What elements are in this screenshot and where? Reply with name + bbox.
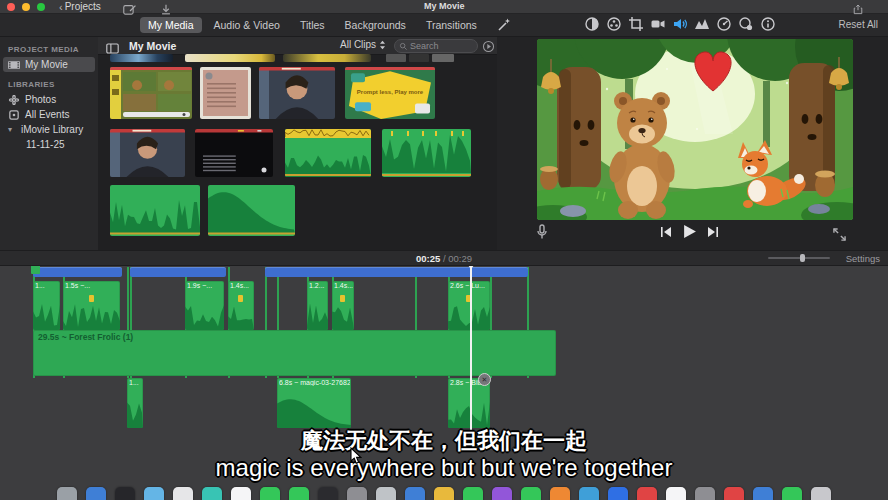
media-strip-strip-cream[interactable] [185,54,275,62]
timeline-mini-clip[interactable] [31,265,40,274]
new-project-icon[interactable] [123,1,137,12]
speed-icon[interactable] [716,16,732,32]
dock-app-icon[interactable] [289,487,309,500]
close-window-button[interactable] [7,3,15,11]
timeline-clip[interactable]: 6.8s ~ magic-03-276824 [277,378,351,428]
crop-icon[interactable] [628,16,644,32]
timeline-title-bar[interactable] [33,267,122,277]
dock-app-icon[interactable] [492,487,512,500]
media-thumbnail-forest-collage[interactable] [110,67,192,119]
browser-forward-icon[interactable] [482,39,495,52]
import-media-icon[interactable] [159,1,173,12]
stabilization-icon[interactable] [650,16,666,32]
timeline-clip[interactable]: 1.4s... [228,281,254,330]
next-frame-button[interactable] [706,226,720,238]
media-thumbnail-audio-spiky[interactable] [382,129,471,177]
dock-app-icon[interactable] [724,487,744,500]
search-box[interactable] [394,39,478,53]
timeline-zoom-slider[interactable] [768,257,830,259]
media-strip-strip-icons[interactable] [386,54,456,62]
zoom-window-button[interactable] [37,3,45,11]
settings-button[interactable]: Settings [846,253,880,264]
dock-app-icon[interactable] [260,487,280,500]
color-balance-icon[interactable] [584,16,600,32]
enhance-wand-icon[interactable] [496,17,512,33]
tab-titles[interactable]: Titles [292,17,333,33]
sidebar-item-my-movie[interactable]: My Movie [3,57,95,72]
voiceover-mic-icon[interactable] [535,224,549,240]
sidebar-item-event-11-11-25[interactable]: 11-11-25 [0,137,98,152]
timeline-clip[interactable]: 1.9s ~... [185,281,224,330]
timeline-title-bar[interactable] [265,267,528,277]
dock-app-icon[interactable] [202,487,222,500]
dock-app-icon[interactable] [57,487,77,500]
clip-close-badge[interactable]: ✕ [478,373,491,386]
media-thumbnail-screen[interactable] [195,129,273,177]
reset-all-button[interactable]: Reset All [839,19,878,30]
timeline-clip[interactable]: 1.5s ~... [63,281,120,330]
dock-app-icon[interactable] [318,487,338,500]
dock-app-icon[interactable] [608,487,628,500]
projects-back-button[interactable]: ‹ Projects [59,1,101,13]
timeline[interactable]: 1...1.5s ~...1.9s ~...1.4s...1.2...1.4s.… [0,264,888,500]
playhead[interactable] [470,264,472,440]
zoom-slider-thumb[interactable] [800,254,805,262]
dock-app-icon[interactable] [144,487,164,500]
chevron-down-icon[interactable]: ▾ [8,125,16,134]
media-strip-strip-blue[interactable] [110,54,173,62]
dock-app-icon[interactable] [579,487,599,500]
media-thumbnail-document[interactable] [200,67,251,119]
dock-app-icon[interactable] [637,487,657,500]
media-thumbnail-audio-wave[interactable] [110,185,200,236]
all-clips-filter[interactable]: All Clips [340,39,386,50]
tab-my-media[interactable]: My Media [140,17,202,33]
timeline-clip[interactable]: 2.6s ~ Lu... [448,281,490,330]
timeline-clip[interactable]: 1.4s... [332,281,354,330]
dock-app-icon[interactable] [115,487,135,500]
sidebar-item-photos[interactable]: Photos [0,92,98,107]
dock-app-icon[interactable] [347,487,367,500]
media-thumbnail-audio-yellowtop[interactable] [285,129,371,177]
timeline-clip[interactable]: 29.5s ~ Forest Frolic (1) [33,330,556,376]
sidebar-toggle-icon[interactable] [106,40,119,51]
effects-icon[interactable] [738,16,754,32]
dock-app-icon[interactable] [86,487,106,500]
timeline-clip[interactable]: 1... [127,378,143,428]
previous-frame-button[interactable] [659,226,673,238]
dock-app-icon[interactable] [231,487,251,500]
color-correction-icon[interactable] [606,16,622,32]
share-icon[interactable] [852,1,864,12]
tab-transitions[interactable]: Transitions [418,17,485,33]
dock-app-icon[interactable] [463,487,483,500]
timeline-title-bar[interactable] [130,267,226,277]
dock-app-icon[interactable] [521,487,541,500]
tab-audio-video[interactable]: Audio & Video [206,17,288,33]
timeline-clip[interactable]: 1.2... [307,281,328,330]
dock-app-icon[interactable] [666,487,686,500]
info-icon[interactable] [760,16,776,32]
timeline-clip[interactable]: 1... [33,281,60,330]
minimize-window-button[interactable] [22,3,30,11]
media-thumbnail-person[interactable] [259,67,335,119]
search-input[interactable] [408,40,472,52]
dock-app-icon[interactable] [173,487,193,500]
dock-app-icon[interactable] [753,487,773,500]
dock-app-icon[interactable] [811,487,831,500]
sidebar-item-imovie-library[interactable]: ▾ iMovie Library [0,122,98,137]
tab-backgrounds[interactable]: Backgrounds [337,17,414,33]
media-thumbnail-person[interactable] [110,129,185,177]
play-button[interactable] [682,224,697,239]
fullscreen-icon[interactable] [833,227,846,240]
dock-app-icon[interactable] [550,487,570,500]
sidebar-item-all-events[interactable]: All Events [0,107,98,122]
dock-app-icon[interactable] [405,487,425,500]
dock-app-icon[interactable] [782,487,802,500]
media-strip-strip-dark[interactable] [283,54,371,62]
dock-app-icon[interactable] [695,487,715,500]
noise-reduction-icon[interactable] [694,16,710,32]
dock-app-icon[interactable] [434,487,454,500]
media-thumbnail-promo[interactable]: Prompt less, Play more [345,67,435,119]
dock-app-icon[interactable] [376,487,396,500]
volume-icon[interactable] [672,16,688,32]
media-thumbnail-audio-decay[interactable] [208,185,295,236]
